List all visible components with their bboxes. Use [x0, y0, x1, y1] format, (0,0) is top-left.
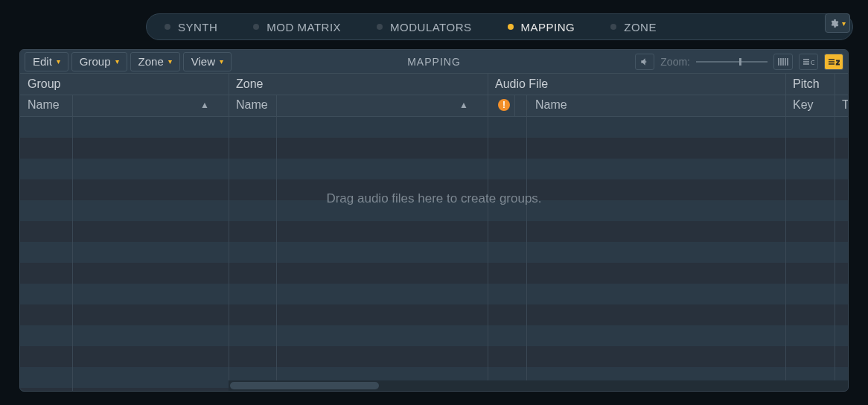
- settings-menu-button[interactable]: ▾: [825, 13, 850, 33]
- main-tabs: SYNTH MOD MATRIX MODULATORS MAPPING ZONE: [146, 13, 853, 40]
- view-menu[interactable]: View ▾: [183, 52, 232, 71]
- toolbar-right: Zoom: G Z: [635, 54, 843, 70]
- slider-thumb[interactable]: [739, 58, 741, 66]
- sort-asc-icon: ▲: [459, 100, 468, 110]
- menu-label: Group: [80, 55, 111, 68]
- chevron-down-icon: ▾: [220, 57, 223, 66]
- col-sub-label: Name: [28, 98, 60, 112]
- preview-audio-button[interactable]: [635, 54, 654, 70]
- scrollbar-thumb[interactable]: [230, 382, 379, 389]
- zoom-slider[interactable]: [696, 56, 768, 68]
- tab-label: SYNTH: [178, 21, 217, 34]
- col-pitch-header[interactable]: Pitch: [785, 74, 835, 95]
- col-zone-header[interactable]: Zone: [229, 74, 488, 95]
- tab-label: MOD MATRIX: [267, 21, 341, 34]
- chevron-down-icon: ▾: [168, 57, 172, 66]
- mapping-panel: Edit ▾ Group ▾ Zone ▾ View ▾ MAPPING Zoo…: [19, 49, 849, 392]
- col-divider: [785, 117, 786, 391]
- zoom-label: Zoom:: [660, 56, 690, 68]
- col-divider: [229, 117, 229, 391]
- empty-state-text: Drag audio files here to create groups.: [326, 191, 541, 206]
- svg-text:G: G: [811, 59, 814, 66]
- zone-list-icon: Z: [828, 57, 840, 66]
- col-divider[interactable]: [514, 95, 515, 116]
- col-pitch-key[interactable]: Key: [785, 95, 835, 115]
- group-menu[interactable]: Group ▾: [71, 52, 127, 71]
- sort-asc-icon: ▲: [200, 100, 209, 110]
- col-divider: [835, 117, 835, 391]
- view-keymap-button[interactable]: [773, 54, 793, 70]
- tab-dot-icon: [165, 24, 170, 30]
- tab-dot-icon: [377, 24, 383, 30]
- column-headers: Group Zone Audio File Pitch Name ▲ Name …: [20, 74, 848, 117]
- keymap-icon: [777, 57, 789, 66]
- group-list-icon: G: [802, 57, 814, 66]
- tab-label: MODULATORS: [390, 21, 471, 34]
- svg-text:Z: Z: [836, 59, 840, 66]
- menu-label: Edit: [33, 55, 52, 68]
- col-group-header[interactable]: Group: [20, 74, 229, 95]
- tab-dot-icon: [253, 24, 259, 30]
- chevron-down-icon: ▾: [842, 19, 846, 28]
- tab-label: ZONE: [624, 21, 657, 34]
- tab-label: MAPPING: [521, 21, 575, 34]
- edit-menu[interactable]: Edit ▾: [25, 52, 68, 71]
- tab-modulators[interactable]: MODULATORS: [362, 16, 492, 38]
- view-zone-list-button[interactable]: Z: [824, 54, 843, 70]
- gear-icon: [829, 19, 839, 28]
- tab-synth[interactable]: SYNTH: [150, 16, 238, 38]
- col-divider: [72, 117, 73, 391]
- col-sub-label: Name: [236, 98, 268, 112]
- chevron-down-icon: ▾: [115, 57, 119, 66]
- mapping-toolbar: Edit ▾ Group ▾ Zone ▾ View ▾ MAPPING Zoo…: [20, 50, 848, 74]
- col-divider: [276, 117, 277, 391]
- slider-track: [696, 61, 768, 63]
- zone-list-body[interactable]: Drag audio files here to create groups.: [20, 117, 848, 391]
- view-group-list-button[interactable]: G: [799, 54, 818, 70]
- col-zone-name[interactable]: Name ▲: [229, 95, 476, 115]
- tab-dot-icon: [508, 24, 514, 30]
- col-audiofile-header[interactable]: Audio File: [488, 74, 785, 95]
- tab-mod-matrix[interactable]: MOD MATRIX: [238, 16, 362, 38]
- menu-label: View: [191, 55, 215, 68]
- speaker-icon: [639, 57, 650, 67]
- col-pitch-tune[interactable]: Tu: [835, 95, 849, 115]
- col-audio-name[interactable]: Name: [528, 95, 785, 115]
- menu-label: Zone: [138, 55, 164, 68]
- tab-dot-icon: [610, 24, 616, 30]
- horizontal-scrollbar[interactable]: [229, 380, 848, 391]
- chevron-down-icon: ▾: [57, 57, 60, 66]
- zone-menu[interactable]: Zone ▾: [130, 52, 180, 71]
- col-group-name[interactable]: Name ▲: [20, 95, 217, 115]
- col-sub-label: Name: [535, 98, 567, 112]
- col-divider[interactable]: [526, 95, 527, 116]
- col-divider: [526, 117, 527, 391]
- col-divider: [488, 117, 488, 391]
- tab-mapping[interactable]: MAPPING: [493, 16, 596, 38]
- col-audio-status[interactable]: !: [494, 95, 514, 115]
- warning-icon: !: [498, 99, 510, 111]
- panel-title: MAPPING: [407, 56, 461, 68]
- tab-zone[interactable]: ZONE: [596, 16, 677, 38]
